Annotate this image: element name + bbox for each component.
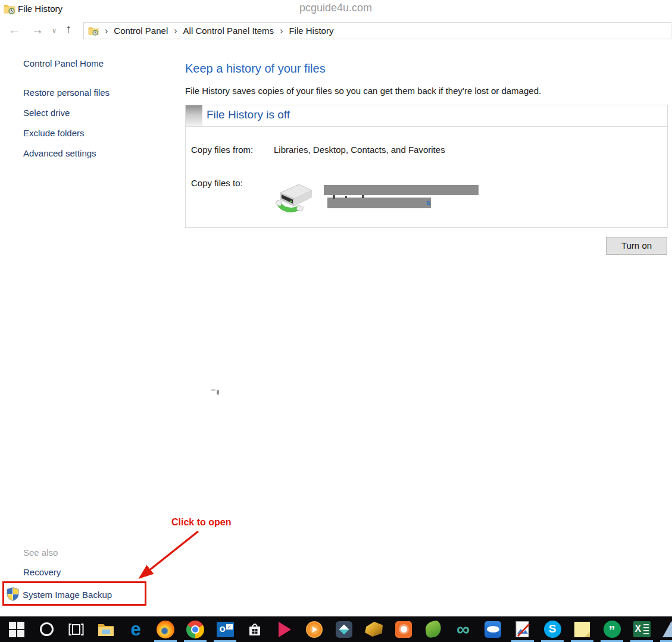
annotation-arrow xyxy=(128,527,205,584)
taskbar-download-manager-button[interactable] xyxy=(362,616,386,642)
breadcrumb-all-control-panel-items[interactable]: All Control Panel Items xyxy=(183,26,274,36)
taskbar-start-button[interactable] xyxy=(5,616,29,642)
page-title: Keep a history of your files xyxy=(185,62,326,76)
redaction-text-remnant xyxy=(362,195,364,198)
infinity-icon: ∞ xyxy=(457,621,470,638)
file-explorer-icon xyxy=(98,622,114,637)
sidebar-item-control-panel-home[interactable]: Control Panel Home xyxy=(23,58,104,68)
taskbar-teamviewer-button[interactable] xyxy=(481,616,505,642)
taskbar-screen-recorder-button[interactable] xyxy=(392,616,415,642)
teamviewer-pill-icon xyxy=(487,626,499,632)
taskbar-file-explorer-button[interactable] xyxy=(94,616,118,642)
screen-artifact xyxy=(217,390,219,394)
outlook-icon: o ✓ xyxy=(217,622,234,637)
download-manager-icon xyxy=(365,622,383,637)
filmora-icon xyxy=(336,621,352,638)
breadcrumb-folder-icon xyxy=(88,26,99,36)
taskbar-hangouts-button[interactable]: ” xyxy=(600,616,624,642)
teamviewer-icon xyxy=(485,621,501,638)
sticky-notes-icon xyxy=(574,622,590,637)
taskbar-photos-cutoff-button[interactable] xyxy=(660,616,672,642)
hangouts-icon: ” xyxy=(604,621,621,638)
turn-on-button[interactable]: Turn on xyxy=(606,237,667,255)
taskbar: e o ✓ xyxy=(0,616,672,642)
screen-artifact xyxy=(211,389,215,391)
sidebar-item-system-image-backup[interactable]: System Image Backup xyxy=(23,590,112,600)
forward-button[interactable]: → xyxy=(32,24,43,36)
up-button[interactable]: ↑ xyxy=(65,23,71,35)
microsoft-store-icon xyxy=(247,621,262,637)
chevron-right-icon: › xyxy=(280,26,283,36)
taskbar-excel-button[interactable]: X xyxy=(630,616,654,642)
breadcrumb-file-history[interactable]: File History xyxy=(289,26,333,36)
taskbar-photo-editor-button[interactable] xyxy=(511,616,535,642)
panel-header-gradient-square xyxy=(186,105,202,126)
taskbar-infinity-app-button[interactable]: ∞ xyxy=(451,616,475,642)
taskbar-cortana-button[interactable] xyxy=(35,616,58,642)
screen-recorder-icon xyxy=(395,621,412,638)
taskbar-filmora-button[interactable] xyxy=(332,616,356,642)
redaction-text-remnant xyxy=(333,195,335,199)
green-swirl-icon xyxy=(424,620,442,638)
excel-icon-sheet xyxy=(643,624,649,634)
record-dot-icon xyxy=(401,626,407,632)
firefox-icon xyxy=(157,621,174,638)
watermark-text: pcguide4u.com xyxy=(299,2,372,14)
taskbar-chrome-button[interactable] xyxy=(183,616,207,642)
file-history-window: File History pcguide4u.com ← → ∨ ↑ › Con… xyxy=(0,0,672,642)
cutoff-app-icon xyxy=(662,621,672,637)
media-play-icon xyxy=(279,622,291,637)
taskbar-firefox-button[interactable] xyxy=(154,616,177,642)
taskbar-outlook-button[interactable]: o ✓ xyxy=(213,616,237,642)
annotation-label: Click to open xyxy=(171,517,231,528)
excel-icon-letter: X xyxy=(635,624,642,634)
taskbar-microsoft-store-button[interactable] xyxy=(243,616,267,642)
taskbar-sticky-notes-button[interactable] xyxy=(570,616,594,642)
taskbar-skype-button[interactable]: S xyxy=(540,616,564,642)
status-panel-header: File History is off xyxy=(186,105,667,127)
address-bar[interactable]: › Control Panel › All Control Panel Item… xyxy=(83,22,671,39)
sidebar-item-exclude-folders[interactable]: Exclude folders xyxy=(23,128,85,138)
file-history-folder-icon xyxy=(4,3,15,14)
window-title: File History xyxy=(18,4,62,14)
taskbar-media-player-orange-button[interactable] xyxy=(302,616,326,642)
status-text: File History is off xyxy=(207,108,290,121)
taskbar-edge-button[interactable]: e xyxy=(124,616,148,642)
windows-logo-icon xyxy=(9,622,24,637)
chevron-right-icon: › xyxy=(105,26,108,36)
taskbar-green-swirl-app-button[interactable] xyxy=(421,616,445,642)
history-dropdown-button[interactable]: ∨ xyxy=(52,27,57,35)
uac-shield-icon xyxy=(7,587,19,601)
edge-icon: e xyxy=(130,620,140,638)
redaction-text-remnant-blue: s xyxy=(426,198,430,207)
copy-to-label: Copy files to: xyxy=(191,178,243,188)
redacted-drive-space-bar xyxy=(327,198,431,208)
sidebar-item-recovery[interactable]: Recovery xyxy=(23,567,61,577)
photo-editor-icon xyxy=(515,621,530,638)
taskbar-task-view-button[interactable] xyxy=(64,616,88,642)
outlook-icon-letter: o xyxy=(220,623,226,635)
sidebar-item-restore-personal-files[interactable]: Restore personal files xyxy=(23,87,110,98)
filmora-diamond-icon xyxy=(339,624,349,634)
excel-icon: X xyxy=(633,621,651,637)
skype-icon: S xyxy=(544,621,561,638)
sidebar-item-advanced-settings[interactable]: Advanced settings xyxy=(23,148,96,158)
sticky-notes-fold xyxy=(585,632,590,637)
chrome-icon-ring xyxy=(191,625,199,634)
copy-from-label: Copy files from: xyxy=(191,145,253,155)
media-player-orange-icon xyxy=(306,621,323,638)
breadcrumb-control-panel[interactable]: Control Panel xyxy=(114,26,168,36)
chrome-icon-core xyxy=(192,627,198,632)
external-drive-icon xyxy=(274,181,315,215)
copy-from-value: Libraries, Desktop, Contacts, and Favori… xyxy=(274,145,445,155)
outlook-icon-envelope: ✓ xyxy=(226,624,233,630)
taskbar-media-play-button[interactable] xyxy=(273,616,296,642)
task-view-icon xyxy=(68,622,84,637)
file-history-status-panel: File History is off Copy files from: Lib… xyxy=(185,105,668,228)
page-description: File History saves copies of your files … xyxy=(185,86,541,96)
redacted-drive-name-bar xyxy=(324,185,479,195)
back-button[interactable]: ← xyxy=(8,24,20,36)
redaction-text-remnant xyxy=(345,196,347,198)
chevron-right-icon: › xyxy=(174,26,177,36)
sidebar-item-select-drive[interactable]: Select drive xyxy=(23,108,70,118)
